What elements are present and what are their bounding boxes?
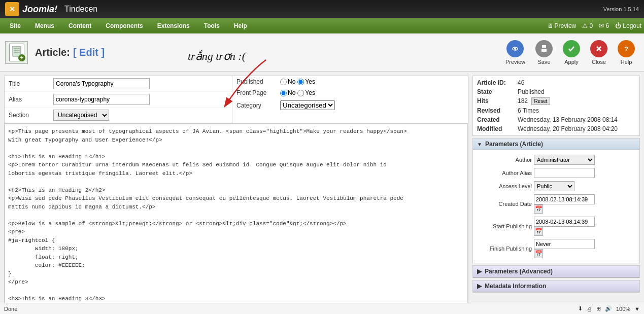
hits-reset-button[interactable]: Reset	[531, 97, 550, 105]
section-row: Section Uncategorised	[5, 108, 232, 123]
apply-button[interactable]: Apply	[559, 38, 584, 67]
save-btn-label: Save	[537, 59, 550, 65]
nav-item-extensions[interactable]: Extensions	[150, 18, 197, 33]
author-value: Administrator	[534, 155, 636, 165]
published-label: Published	[236, 78, 277, 85]
preview-btn-label: Preview	[505, 59, 525, 65]
hits-label: Hits	[477, 97, 518, 105]
frontpage-radio-group: No Yes	[280, 89, 315, 96]
preview-button[interactable]: Preview	[501, 38, 529, 67]
logout-button[interactable]: ⏻ Logout	[615, 22, 641, 29]
metadata-section: ▶ Metadata Information	[472, 280, 640, 293]
nav-item-site[interactable]: Site	[3, 18, 28, 33]
author-select[interactable]: Administrator	[534, 155, 595, 165]
frontpage-label: Front Page	[236, 89, 277, 96]
published-no-label[interactable]: No	[280, 78, 295, 85]
frontpage-no-radio[interactable]	[280, 90, 287, 96]
preview-link[interactable]: 🖥 Preview	[547, 22, 577, 29]
alias-input[interactable]	[53, 94, 150, 105]
hits-row: Hits 182 Reset	[477, 96, 635, 106]
svg-text:?: ?	[624, 45, 628, 53]
editor-textarea[interactable]	[5, 124, 468, 307]
frontpage-row: Front Page No Yes	[236, 87, 464, 98]
page-title-article: Article:	[35, 47, 70, 58]
frontpage-yes-radio[interactable]	[297, 90, 304, 96]
apply-icon	[563, 40, 580, 57]
published-yes-label[interactable]: Yes	[297, 78, 315, 85]
finish-publishing-input[interactable]	[534, 239, 595, 249]
params-article-body: Author Administrator Author Alias Access…	[473, 150, 639, 263]
access-level-select[interactable]: Public Registered Special	[534, 181, 574, 191]
nav-item-menus[interactable]: Menus	[28, 18, 61, 33]
statusbar-right: ⬇ 🖨 ⊞ 🔊 100% ▼	[578, 305, 640, 312]
toolbar: + Article: [ Edit ] Preview Save Apply	[0, 33, 644, 72]
access-level-row: Access Level Public Registered Special	[476, 180, 636, 193]
params-advanced-header[interactable]: ▶ Parameters (Advanced)	[473, 266, 639, 277]
author-alias-value	[534, 168, 636, 178]
created-date-input[interactable]	[534, 194, 595, 204]
start-publishing-input[interactable]	[534, 217, 595, 227]
start-publishing-row: Start Publishing 📅	[476, 215, 636, 237]
finish-publishing-row: Finish Publishing 📅	[476, 237, 636, 260]
params-article-section: ▼ Parameters (Article) Author Administra…	[472, 138, 640, 263]
frontpage-yes-text: Yes	[305, 89, 315, 96]
section-label: Section	[9, 112, 49, 119]
svg-rect-9	[542, 45, 546, 48]
nav-item-content[interactable]: Content	[61, 18, 98, 33]
author-alias-input[interactable]	[534, 168, 595, 178]
params-article-title: Parameters (Article)	[485, 141, 543, 148]
logout-icon: ⏻	[615, 22, 621, 29]
frontpage-yes-label[interactable]: Yes	[297, 89, 315, 96]
nav-item-components[interactable]: Components	[98, 18, 150, 33]
finish-publishing-label: Finish Publishing	[476, 246, 532, 252]
frontpage-no-label[interactable]: No	[280, 89, 295, 96]
metadata-arrow-icon: ▶	[477, 283, 482, 290]
nav-item-tools[interactable]: Tools	[197, 18, 227, 33]
published-yes-text: Yes	[305, 78, 315, 85]
article-id-label: Article ID:	[477, 79, 518, 86]
revised-row: Revised 6 Times	[477, 106, 635, 115]
created-date-label: Created Date	[476, 201, 532, 207]
save-button[interactable]: Save	[531, 38, 557, 67]
help-button[interactable]: ? Help	[614, 38, 639, 67]
logo: ✕ Joomla! Tindecen	[5, 2, 97, 16]
category-label: Category	[236, 102, 277, 109]
print-icon: 🖨	[587, 306, 592, 312]
add-article-icon: +	[18, 54, 25, 61]
edit-label: [ Edit ]	[73, 47, 105, 58]
logo-text: Joomla!	[22, 4, 57, 15]
form-right: Published No Yes Front Page	[232, 76, 468, 123]
section-select[interactable]: Uncategorised	[53, 110, 109, 121]
article-info-table: Article ID: 46 State Published Hits 182 …	[472, 76, 640, 136]
title-input[interactable]	[53, 78, 150, 89]
zoom-dropdown-icon[interactable]: ▼	[634, 306, 640, 312]
status-text: Done	[4, 306, 17, 312]
metadata-header[interactable]: ▶ Metadata Information	[473, 281, 639, 292]
window-icon: ⊞	[596, 305, 601, 312]
created-date-calendar-icon[interactable]: 📅	[534, 204, 543, 214]
params-advanced-arrow-icon: ▶	[477, 268, 482, 275]
alias-label: Alias	[9, 96, 49, 103]
form-fields-top: Title Alias Section Uncategorised Publis…	[5, 76, 468, 124]
navbar: Site Menus Content Components Extensions…	[0, 18, 644, 33]
modified-row: Modified Wednesday, 20 February 2008 04:…	[477, 124, 635, 133]
params-article-header[interactable]: ▼ Parameters (Article)	[473, 138, 639, 150]
article-id-value: 46	[518, 79, 524, 86]
messages-count: ✉ 6	[599, 22, 609, 29]
close-btn-label: Close	[592, 59, 606, 65]
topbar: ✕ Joomla! Tindecen Version 1.5.14	[0, 0, 644, 18]
revised-value: 6 Times	[518, 107, 539, 114]
frontpage-no-text: No	[288, 89, 295, 96]
help-btn-label: Help	[621, 59, 632, 65]
close-button[interactable]: Close	[586, 38, 612, 67]
metadata-title: Metadata Information	[485, 283, 546, 290]
finish-publishing-calendar-icon[interactable]: 📅	[534, 249, 543, 258]
start-publishing-calendar-icon[interactable]: 📅	[534, 227, 543, 236]
published-no-radio[interactable]	[280, 79, 287, 85]
nav-item-help[interactable]: Help	[227, 18, 254, 33]
revised-label: Revised	[477, 107, 518, 114]
start-publishing-value: 📅	[534, 217, 636, 236]
category-select[interactable]: Uncategorised	[280, 100, 335, 110]
author-alias-row: Author Alias	[476, 166, 636, 180]
published-yes-radio[interactable]	[297, 79, 304, 85]
